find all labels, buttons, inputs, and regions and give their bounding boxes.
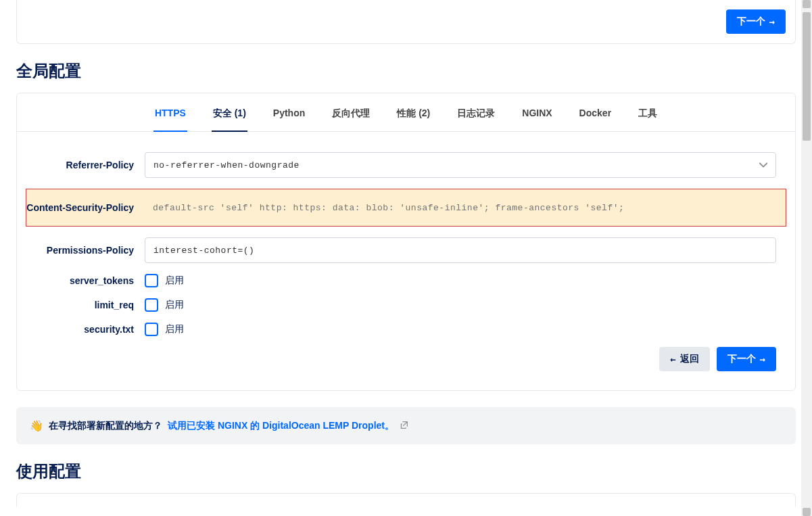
external-link-icon	[400, 421, 408, 429]
tab-nginx[interactable]: NGINX	[521, 108, 553, 132]
tabs-nav: HTTPS 安全 (1) Python 反向代理 性能 (2) 日志记录 NGI…	[17, 93, 795, 132]
row-limit-req: limit_req 启用	[26, 298, 786, 312]
arrow-right-icon: →	[769, 16, 775, 27]
arrow-right-icon: →	[760, 354, 765, 365]
next-button-top[interactable]: 下一个 →	[726, 9, 786, 34]
page-scrollbar[interactable]	[801, 0, 812, 516]
tab-docker[interactable]: Docker	[578, 108, 613, 132]
scrollbar-up-icon[interactable]	[803, 0, 811, 8]
row-server-tokens: server_tokens 启用	[26, 274, 786, 287]
callout-prefix: 在寻找部署新配置的地方？	[49, 420, 162, 432]
droplet-callout: 👋 在寻找部署新配置的地方？ 试用已安装 NGINX 的 DigitalOcea…	[16, 407, 796, 444]
next-label-footer: 下一个	[727, 353, 756, 365]
usage-config-heading: 使用配置	[16, 461, 796, 482]
tab-python[interactable]: Python	[272, 108, 306, 132]
droplet-link[interactable]: 试用已安装 NGINX 的 DigitalOcean LEMP Droplet。	[168, 420, 408, 432]
row-content-security-policy: Content-Security-Policy	[26, 189, 786, 227]
label-server-tokens: server_tokens	[26, 275, 145, 287]
label-limit-req: limit_req	[26, 299, 145, 311]
row-referrer-policy: Referrer-Policy	[26, 152, 786, 178]
row-permissions-policy: Permissions-Policy	[26, 237, 786, 263]
label-permissions-policy: Permissions-Policy	[26, 244, 145, 256]
label-csp: Content-Security-Policy	[26, 202, 145, 214]
arrow-left-icon: ←	[670, 354, 675, 365]
back-label: 返回	[680, 353, 699, 365]
permissions-policy-input[interactable]	[145, 237, 776, 263]
wave-icon: 👋	[30, 419, 43, 432]
card-footer: ← 返回 下一个 →	[26, 347, 786, 381]
csp-input[interactable]	[145, 195, 776, 220]
next-button[interactable]: 下一个 →	[717, 347, 776, 371]
back-button[interactable]: ← 返回	[659, 347, 709, 371]
droplet-link-text: 试用已安装 NGINX 的 DigitalOcean LEMP Droplet。	[168, 420, 394, 431]
scrollbar-thumb[interactable]	[803, 12, 811, 141]
tab-https[interactable]: HTTPS	[153, 108, 187, 132]
tab-reverse-proxy[interactable]: 反向代理	[331, 108, 371, 132]
global-config-card: HTTPS 安全 (1) Python 反向代理 性能 (2) 日志记录 NGI…	[16, 93, 796, 391]
limit-req-checkbox[interactable]	[145, 298, 158, 312]
label-security-txt: security.txt	[26, 323, 145, 335]
security-txt-option: 启用	[165, 323, 184, 335]
referrer-policy-select[interactable]	[145, 152, 776, 178]
scrollbar-down-icon[interactable]	[803, 508, 811, 516]
next-label: 下一个	[737, 16, 765, 28]
server-tokens-option: 启用	[165, 275, 184, 287]
label-referrer-policy: Referrer-Policy	[26, 159, 145, 171]
tab-performance[interactable]: 性能 (2)	[396, 108, 431, 132]
tab-logging[interactable]: 日志记录	[456, 108, 496, 132]
limit-req-option: 启用	[165, 299, 184, 311]
security-txt-checkbox[interactable]	[145, 323, 158, 336]
global-config-heading: 全局配置	[16, 60, 796, 82]
row-security-txt: security.txt 启用	[26, 323, 786, 336]
tab-tools[interactable]: 工具	[637, 108, 659, 132]
previous-section-card: 下一个 →	[16, 0, 796, 44]
usage-config-card	[16, 493, 796, 507]
tab-security[interactable]: 安全 (1)	[212, 108, 247, 132]
server-tokens-checkbox[interactable]	[145, 274, 158, 287]
form-body: Referrer-Policy Content-Security-Policy …	[17, 132, 795, 390]
